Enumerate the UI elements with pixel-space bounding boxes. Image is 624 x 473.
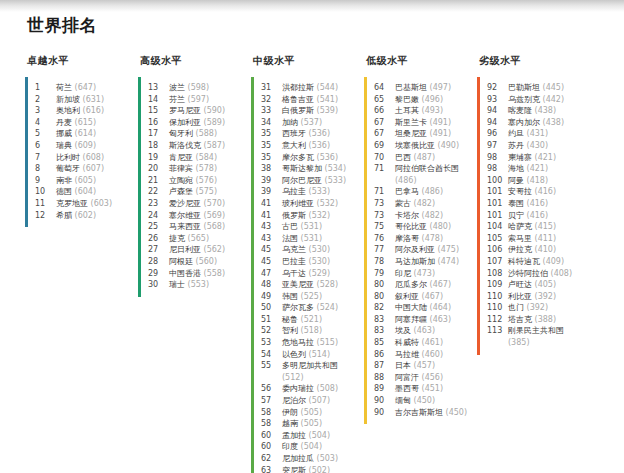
rank-number: 20 [148,163,169,175]
country-name: 瑞典 [56,141,72,150]
country-entry: 越南 (505) [282,418,360,430]
ranking-row: 94塞内加尔 (438) [487,117,586,129]
country-score: (504) [301,442,323,451]
country-entry: 中国大陆 (464) [395,302,473,314]
country-name: 马拉维 [395,350,419,359]
country-entry: 尼泊尔 (507) [282,395,360,407]
country-name: 巴拿马 [395,187,419,196]
rank-number: 90 [374,407,395,419]
ranking-row: 87日本 (457) [374,360,473,372]
country-name: 埃塞俄比亚 [395,141,435,150]
ranking-row: 55多明尼加共和国 (512) [261,360,360,383]
country-entry: 意大利 (536) [282,140,360,152]
country-entry: 摩洛哥 (478) [395,233,473,245]
country-entry: 印度 (504) [282,441,360,453]
ranking-row: 98海地 (421) [487,163,586,175]
country-name: 土耳其 [395,106,419,115]
country-entry: 乌兹别克 (442) [508,94,586,106]
country-score: (524) [317,303,339,312]
ranking-row: 35西班牙 (536) [261,128,360,140]
country-entry: 斯洛伐克 (587) [169,140,247,152]
ranking-row: 28阿根廷 (560) [148,256,247,268]
country-entry: 挪威 (614) [56,128,134,140]
country-entry: 西班牙 (536) [282,128,360,140]
country-score: (505) [301,408,323,417]
ranking-row: 69埃塞俄比亚 (490) [374,140,473,152]
rank-number: 15 [148,105,169,117]
ranking-row: 15罗马尼亚 (590) [148,105,247,117]
ranking-row: 70巴西 (487) [374,152,473,164]
country-score: (502) [309,466,331,473]
country-name: 科威特 [395,338,419,347]
ranking-row: 101泰国 (416) [487,198,586,210]
country-entry: 埃塞俄比亚 (490) [395,140,473,152]
country-score: (602) [75,211,97,220]
country-entry: 瑞士 (553) [169,279,247,291]
ranking-row: 83埃及 (463) [374,325,473,337]
country-name: 希腊 [56,211,72,220]
country-entry: 瑞典 (609) [56,140,134,152]
country-score: (445) [543,83,565,92]
country-entry: 洪都拉斯 (544) [282,82,360,94]
ranking-row: 5挪威 (614) [35,128,134,140]
country-name: 葡萄牙 [56,164,80,173]
country-name: 喀麦隆 [508,106,532,115]
country-score: (568) [204,222,226,231]
band-column: 低级水平 64巴基斯坦 (497)65黎巴嫩 (496)66土耳其 (493)6… [364,54,477,424]
country-entry: 巴基斯坦 (497) [395,82,473,94]
country-entry: 奥地利 (616) [56,105,134,117]
country-score: (528) [317,280,339,289]
country-entry: 斯里兰卡 (491) [395,117,473,129]
rank-number: 6 [35,140,56,152]
ranking-row: 106伊拉克 (410) [487,244,586,256]
rank-number: 98 [487,163,508,175]
rank-number: 110 [487,291,508,303]
country-entry: 菲律宾 (578) [169,163,247,175]
rank-number: 23 [148,198,169,210]
rank-number: 22 [148,186,169,198]
ranking-row: 13波兰 (598) [148,82,247,94]
rank-number: 107 [487,256,508,268]
country-name: 卢森堡 [169,187,193,196]
rank-number: 51 [261,314,282,326]
country-name: 捷克 [169,234,185,243]
rank-number: 16 [148,117,169,129]
rank-number: 17 [148,128,169,140]
ranking-row: 10德国 (604) [35,186,134,198]
ranking-row: 80叙利亚 (467) [374,291,473,303]
rank-number: 80 [374,279,395,291]
ranking-row: 4丹麦 (615) [35,117,134,129]
country-name: 尼泊尔 [282,396,306,405]
country-name: 摩洛哥 [395,234,419,243]
country-name: 菲律宾 [169,164,193,173]
country-entry: 秘鲁 (521) [282,314,360,326]
rank-number: 63 [261,465,282,473]
country-entry: 肯尼亚 (584) [169,152,247,164]
country-entry: 巴拿马 (486) [395,186,473,198]
band-list: 64巴基斯坦 (497)65黎巴嫩 (496)66土耳其 (493)67斯里兰卡… [364,77,477,424]
country-score: (647) [75,83,97,92]
ranking-row: 53危地马拉 (515) [261,337,360,349]
country-score: (430) [527,141,549,150]
country-name: 乌兹别克 [508,95,540,104]
ranking-row: 35意大利 (536) [261,140,360,152]
ranking-row: 97苏丹 (430) [487,140,586,152]
ranking-row: 105索马里 (411) [487,233,586,245]
country-name: 叙利亚 [395,292,419,301]
country-score: (493) [422,106,444,115]
ranking-row: 89墨西哥 (451) [374,383,473,395]
country-score: (534) [325,164,347,173]
country-score: (530) [309,257,331,266]
ranking-row: 12希腊 (602) [35,210,134,222]
rank-number: 49 [261,291,282,303]
rank-number: 110 [487,302,508,314]
country-score: (467) [430,280,452,289]
country-entry: 索马里 (411) [508,233,586,245]
country-score: (464) [430,303,452,312]
country-entry: 玻利维亚 (532) [282,198,360,210]
rank-number: 30 [148,279,169,291]
country-score: (474) [438,257,460,266]
country-name: 斯洛伐克 [169,141,201,150]
country-entry: 阿尔巴尼亚 (533) [282,175,360,187]
country-name: 尼日利亚 [169,245,201,254]
